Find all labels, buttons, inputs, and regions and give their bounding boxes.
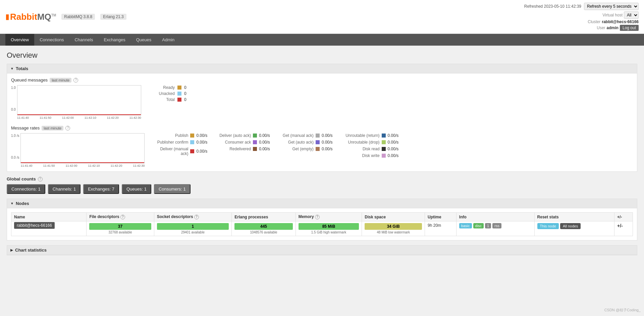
disk-write-dot bbox=[382, 154, 386, 158]
erlang-badge: Erlang 21.3 bbox=[100, 14, 126, 20]
col-disk: Disk space bbox=[362, 213, 425, 221]
nav-item-overview[interactable]: Overview bbox=[5, 34, 34, 46]
nodes-section-header[interactable]: ▼ Nodes bbox=[7, 199, 637, 208]
rates-col-2: Deliver (auto ack) 0.00/s Consumer ack 0… bbox=[214, 133, 270, 158]
file-desc-help[interactable]: ? bbox=[120, 215, 125, 219]
user-label: User bbox=[597, 25, 605, 30]
erlang-sub: 1048576 available bbox=[234, 230, 292, 234]
queued-help-icon[interactable]: ? bbox=[73, 78, 78, 83]
memory-help[interactable]: ? bbox=[315, 215, 320, 219]
rates-col-3: Get (manual ack) 0.00/s Get (auto ack) 0… bbox=[277, 133, 333, 158]
disk-bar: 34 GiB bbox=[365, 223, 422, 230]
queued-chart-wrap: 1.0 0.0 11:41:40 bbox=[11, 85, 141, 119]
pub-confirm-value: 0.00/s bbox=[196, 140, 207, 145]
disk-write-label: Disk write bbox=[339, 153, 380, 158]
file-desc-sub: 32768 available bbox=[89, 230, 151, 234]
queued-badge[interactable]: last minute bbox=[50, 78, 71, 83]
disk-read-label: Disk read bbox=[339, 147, 380, 151]
rate-get-auto: Get (auto ack) 0.00/s bbox=[277, 140, 333, 145]
logout-button[interactable]: Log out bbox=[620, 25, 639, 31]
consumers-count[interactable]: Consumers: 1 bbox=[154, 184, 191, 194]
nodes-section: ▼ Nodes Name File descriptors ? Socket d… bbox=[7, 199, 637, 241]
memory-bar: 85 MiB bbox=[299, 223, 359, 230]
nav-item-queues[interactable]: Queues bbox=[131, 34, 157, 46]
svg-rect-0 bbox=[17, 86, 141, 115]
total-label: Total bbox=[151, 97, 175, 102]
publish-value: 0.00/s bbox=[196, 133, 207, 138]
refresh-select[interactable]: Refresh every 5 seconds bbox=[584, 3, 639, 10]
col-info: Info bbox=[456, 213, 534, 221]
file-desc-cell: 37 32768 available bbox=[87, 221, 154, 236]
cluster-value: rabbit@hecs-66166 bbox=[602, 19, 639, 24]
rates-help-icon[interactable]: ? bbox=[65, 126, 70, 130]
this-node-button[interactable]: This node bbox=[537, 223, 559, 229]
col-name: Name bbox=[11, 213, 87, 221]
queued-stats: Ready 0 Unacked 0 Total 0 bbox=[151, 85, 186, 102]
logo-area: ▮ RabbitMQTM RabbitMQ 3.8.8 Erlang 21.3 bbox=[5, 12, 126, 22]
node-name-cell: rabbit@hecs-66166 bbox=[11, 221, 87, 236]
rate-unroutable-drop: Unroutable (drop) 0.00/s bbox=[339, 140, 399, 145]
get-auto-dot bbox=[316, 140, 320, 144]
svg-rect-2 bbox=[21, 134, 144, 163]
get-auto-value: 0.00/s bbox=[322, 140, 333, 145]
plusminus-toggle[interactable]: +/- bbox=[617, 223, 623, 228]
deliver-auto-dot bbox=[253, 134, 257, 138]
version-badge: RabbitMQ 3.8.8 bbox=[61, 14, 95, 20]
nav-item-exchanges[interactable]: Exchanges bbox=[98, 34, 130, 46]
rates-chart-wrap: 1.0 /s 0.0 /s 11:41:40 bbox=[11, 133, 145, 167]
chart-statistics-header[interactable]: ▶ Chart statistics bbox=[7, 246, 637, 255]
logo-icon: ▮ bbox=[5, 12, 9, 21]
all-nodes-button[interactable]: All nodes bbox=[560, 223, 581, 229]
content: Overview ▼ Totals Queued messages last m… bbox=[0, 46, 644, 280]
reset-stats-cell: This node All nodes bbox=[534, 221, 614, 236]
queued-messages-title: Queued messages last minute ? bbox=[11, 77, 633, 83]
totals-section: ▼ Totals Queued messages last minute ? 1… bbox=[7, 64, 637, 172]
channels-count[interactable]: Channels: 1 bbox=[48, 184, 80, 194]
exchanges-count[interactable]: Exchanges: 7 bbox=[83, 184, 119, 194]
get-auto-label: Get (auto ack) bbox=[277, 140, 314, 145]
col-socket-desc: Socket descriptors ? bbox=[154, 213, 232, 221]
erlang-cell: 445 1048576 available bbox=[232, 221, 296, 236]
nav-item-channels[interactable]: Channels bbox=[69, 34, 98, 46]
disk-sub: 48 MiB low watermark bbox=[365, 230, 422, 234]
queued-chart-row: 1.0 0.0 11:41:40 bbox=[11, 85, 633, 119]
file-desc-bar: 37 bbox=[89, 223, 151, 230]
memory-cell: 85 MiB 1.5 GiB high watermark bbox=[296, 221, 362, 236]
plusminus-cell: +/- bbox=[614, 221, 633, 236]
rates-badge[interactable]: last minute bbox=[42, 126, 63, 130]
nodes-thead: Name File descriptors ? Socket descripto… bbox=[11, 213, 633, 221]
page-title: Overview bbox=[7, 51, 637, 60]
socket-desc-help[interactable]: ? bbox=[194, 215, 199, 219]
nav-item-admin[interactable]: Admin bbox=[157, 34, 180, 46]
badge-basic: basic bbox=[459, 223, 472, 228]
global-counts-help[interactable]: ? bbox=[38, 177, 43, 181]
get-empty-value: 0.00/s bbox=[322, 147, 333, 151]
nav-item-connections[interactable]: Connections bbox=[34, 34, 69, 46]
totals-section-header[interactable]: ▼ Totals bbox=[7, 64, 637, 73]
col-uptime: Uptime bbox=[425, 213, 457, 221]
totals-body: Queued messages last minute ? 1.0 0.0 bbox=[7, 73, 637, 171]
user-value: admin bbox=[607, 25, 619, 30]
connections-count[interactable]: Connections: 1 bbox=[7, 184, 45, 194]
header: ▮ RabbitMQTM RabbitMQ 3.8.8 Erlang 21.3 … bbox=[0, 0, 644, 34]
deliver-manual-dot bbox=[190, 149, 194, 153]
badge-disc: disc bbox=[473, 223, 484, 228]
unacked-dot bbox=[177, 92, 181, 96]
ready-label: Ready bbox=[151, 85, 175, 90]
queues-count[interactable]: Queues: 1 bbox=[122, 184, 151, 194]
header-right: Refreshed 2023-05-10 11:42:39 Refresh ev… bbox=[524, 3, 639, 31]
pub-confirm-label: Publisher confirm bbox=[155, 140, 188, 145]
vhost-select[interactable]: All bbox=[624, 11, 639, 19]
get-manual-value: 0.00/s bbox=[322, 133, 333, 138]
nav: Overview Connections Channels Exchanges … bbox=[0, 34, 644, 46]
nodes-table: Name File descriptors ? Socket descripto… bbox=[11, 212, 633, 236]
rate-get-manual: Get (manual ack) 0.00/s bbox=[277, 133, 333, 138]
queued-svg bbox=[17, 86, 141, 115]
total-dot bbox=[177, 98, 181, 102]
uptime-cell: 9h 20m bbox=[425, 221, 457, 236]
refresh-area: Refreshed 2023-05-10 11:42:39 Refresh ev… bbox=[524, 3, 639, 10]
rate-publish: Publish 0.00/s bbox=[155, 133, 207, 138]
rates-svg bbox=[21, 134, 144, 163]
vhost-label: Virtual host bbox=[602, 13, 623, 17]
uptime-value: 9h 20m bbox=[428, 223, 441, 228]
